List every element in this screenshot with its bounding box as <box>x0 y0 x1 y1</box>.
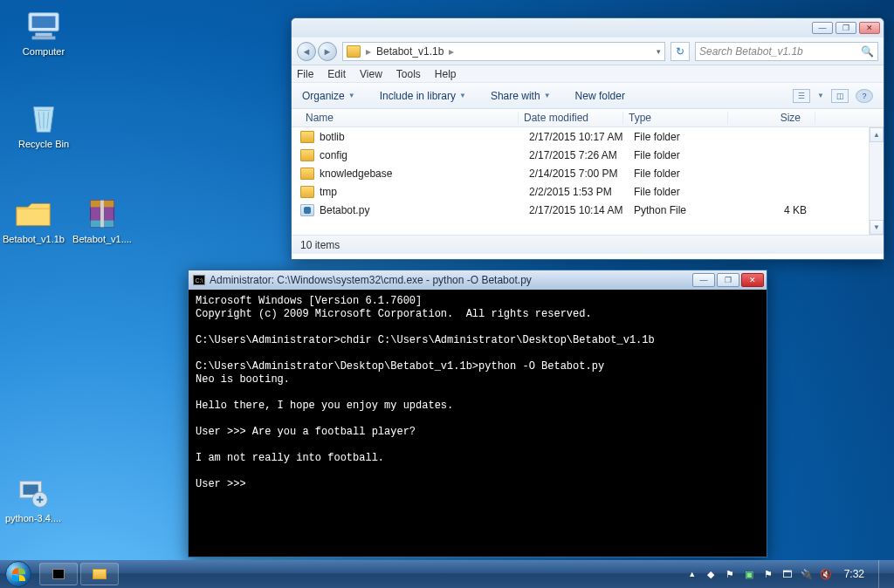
show-desktop-button[interactable] <box>878 560 887 588</box>
preview-pane-button[interactable]: ◫ <box>831 89 849 103</box>
include-in-library-button[interactable]: Include in library▼ <box>380 90 466 102</box>
cmd-output[interactable]: Microsoft Windows [Version 6.1.7600] Cop… <box>189 290 767 496</box>
folder-icon <box>300 149 314 161</box>
file-name: knowledgebase <box>320 168 524 180</box>
file-date: 2/14/2015 7:00 PM <box>524 168 629 180</box>
explorer-window: — ❐ ✕ ◄ ► ▸ Betabot_v1.1b ▸ ▾ ↻ Search B… <box>291 17 884 260</box>
breadcrumb[interactable]: Betabot_v1.1b <box>376 45 444 58</box>
tray-icon[interactable]: ◆ <box>705 568 717 580</box>
minimize-button[interactable]: — <box>692 273 715 287</box>
file-row[interactable]: config 2/17/2015 7:26 AM File folder <box>292 146 884 164</box>
nav-back-button[interactable]: ◄ <box>297 42 316 61</box>
desktop-icon-recycle[interactable]: Recycle Bin <box>13 101 74 149</box>
file-name: tmp <box>320 186 524 198</box>
refresh-button[interactable]: ↻ <box>670 42 690 61</box>
col-name[interactable]: Name <box>300 112 519 124</box>
col-size[interactable]: Size <box>728 112 815 124</box>
folder-icon <box>300 131 314 143</box>
explorer-titlebar[interactable]: — ❐ ✕ <box>292 18 884 38</box>
close-button[interactable]: ✕ <box>859 22 880 34</box>
scroll-up-icon[interactable]: ▲ <box>870 127 884 142</box>
file-date: 2/2/2015 1:53 PM <box>524 186 629 198</box>
help-button[interactable]: ? <box>856 89 873 103</box>
crumb-separator-icon: ▸ <box>449 45 454 58</box>
tray-icon[interactable]: ⚑ <box>762 568 774 580</box>
crumb-separator-icon: ▸ <box>366 45 371 58</box>
desktop-icon-label: Betabot_v1.1b <box>3 234 65 244</box>
chevron-down-icon: ▼ <box>459 92 466 99</box>
start-button[interactable] <box>0 560 37 588</box>
col-date[interactable]: Date modified <box>519 112 623 124</box>
status-bar: 10 items <box>292 235 884 254</box>
file-name: config <box>320 149 524 161</box>
close-button[interactable]: ✕ <box>741 273 764 287</box>
views-button[interactable]: ☰ <box>793 89 810 103</box>
explorer-toolbar: Organize▼ Include in library▼ Share with… <box>292 83 884 109</box>
power-icon[interactable]: 🔌 <box>801 568 813 580</box>
search-input[interactable]: Search Betabot_v1.1b 🔍 <box>695 42 878 61</box>
menu-tools[interactable]: Tools <box>396 68 421 80</box>
volume-muted-icon[interactable]: 🔇 <box>820 568 832 580</box>
address-dropdown-icon[interactable]: ▾ <box>657 47 661 56</box>
file-type: File folder <box>629 186 733 198</box>
search-icon: 🔍 <box>861 45 874 58</box>
tray-icon[interactable]: 🗔 <box>781 568 794 580</box>
menu-view[interactable]: View <box>360 68 382 80</box>
cmd-icon <box>52 569 65 579</box>
organize-button[interactable]: Organize▼ <box>302 90 355 102</box>
cmd-title-text: Administrator: C:\Windows\system32\cmd.e… <box>210 274 688 286</box>
maximize-button[interactable]: ❐ <box>836 22 856 34</box>
chevron-down-icon[interactable]: ▼ <box>817 92 824 99</box>
file-date: 2/17/2015 10:14 AM <box>524 204 629 216</box>
taskbar-app-cmd[interactable] <box>39 563 78 585</box>
file-type: File folder <box>629 131 733 143</box>
cmd-window: C:\ Administrator: C:\Windows\system32\c… <box>188 270 767 557</box>
scroll-down-icon[interactable]: ▼ <box>870 220 884 235</box>
desktop-icon-computer[interactable]: Computer <box>13 9 74 57</box>
menu-file[interactable]: File <box>297 68 313 80</box>
tray-icon[interactable]: ▣ <box>743 568 755 580</box>
menu-edit[interactable]: Edit <box>327 68 346 80</box>
file-type: Python File <box>629 204 733 216</box>
file-row[interactable]: botlib 2/17/2015 10:17 AM File folder <box>292 127 884 146</box>
scrollbar[interactable]: ▲ ▼ <box>869 127 884 235</box>
python-installer-icon <box>13 475 53 510</box>
menu-help[interactable]: Help <box>435 68 457 80</box>
minimize-button[interactable]: — <box>812 22 833 34</box>
status-text: 10 items <box>300 239 340 251</box>
col-type[interactable]: Type <box>623 112 728 124</box>
clock[interactable]: 7:32 <box>844 568 864 580</box>
windows-logo-icon <box>5 561 31 587</box>
tray-overflow-button[interactable]: ▲ <box>687 569 698 579</box>
recycle-bin-icon <box>24 101 64 136</box>
desktop-icon-label: Betabot_v1.... <box>72 234 132 244</box>
column-headers: Name Date modified Type Size <box>292 109 884 127</box>
desktop-icon-betabot-rar[interactable]: Betabot_v1.... <box>72 196 133 244</box>
desktop-icon-betabot-folder[interactable]: Betabot_v1.1b <box>3 196 64 244</box>
file-row[interactable]: Betabot.py 2/17/2015 10:14 AM Python Fil… <box>292 201 884 219</box>
desktop-icon-python-installer[interactable]: python-3.4.... <box>3 475 64 523</box>
cmd-titlebar[interactable]: C:\ Administrator: C:\Windows\system32\c… <box>189 270 767 290</box>
maximize-button[interactable]: ❐ <box>717 273 739 287</box>
svg-rect-7 <box>100 201 104 228</box>
file-row[interactable]: knowledgebase 2/14/2015 7:00 PM File fol… <box>292 164 884 182</box>
search-placeholder: Search Betabot_v1.1b <box>699 45 803 58</box>
folder-icon <box>300 186 314 198</box>
system-tray: ▲ ◆ ⚑ ▣ ⚑ 🗔 🔌 🔇 7:32 <box>687 560 887 588</box>
file-name: Betabot.py <box>320 204 524 216</box>
desktop-icon-label: Recycle Bin <box>18 139 69 149</box>
svg-rect-1 <box>32 17 56 28</box>
svg-rect-2 <box>35 33 52 37</box>
taskbar-app-explorer[interactable] <box>80 563 119 585</box>
rar-archive-icon <box>82 196 122 231</box>
folder-icon <box>300 168 314 180</box>
new-folder-button[interactable]: New folder <box>575 90 625 102</box>
address-bar[interactable]: ▸ Betabot_v1.1b ▸ ▾ <box>342 42 665 61</box>
file-row[interactable]: tmp 2/2/2015 1:53 PM File folder <box>292 182 884 201</box>
action-center-icon[interactable]: ⚑ <box>724 568 736 580</box>
folder-icon <box>13 196 53 231</box>
file-date: 2/17/2015 7:26 AM <box>524 149 629 161</box>
share-with-button[interactable]: Share with▼ <box>491 90 551 102</box>
nav-forward-button[interactable]: ► <box>318 42 337 61</box>
taskbar: ▲ ◆ ⚑ ▣ ⚑ 🗔 🔌 🔇 7:32 <box>0 560 894 588</box>
